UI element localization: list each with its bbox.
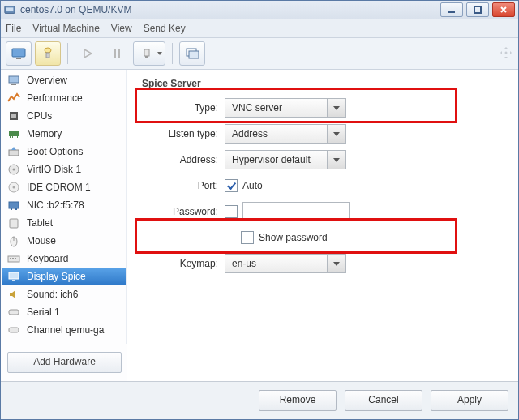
sidebar: Overview Performance CPUs Memory Boot Op… [1, 70, 127, 381]
toolbar-separator-2 [172, 43, 173, 64]
svg-rect-30 [11, 208, 12, 210]
cancel-button[interactable]: Cancel [345, 390, 422, 411]
row-show-password: Show password [142, 225, 507, 250]
password-field[interactable] [242, 202, 350, 221]
sidebar-item-label: Serial 1 [27, 306, 60, 318]
titlebar: centos7.0 on QEMU/KVM [1, 1, 518, 19]
apply-button[interactable]: Apply [431, 390, 508, 411]
svg-rect-21 [12, 136, 13, 138]
memory-icon [7, 127, 20, 140]
chevron-down-icon [327, 99, 345, 117]
chevron-down-icon [327, 255, 345, 272]
label-type: Type: [142, 102, 225, 114]
label-address: Address: [142, 154, 225, 165]
svg-rect-36 [10, 258, 11, 259]
svg-rect-39 [9, 272, 19, 279]
select-type[interactable]: VNC server [225, 98, 346, 118]
checkbox-show-password[interactable] [241, 231, 254, 244]
svg-rect-20 [10, 136, 11, 138]
sidebar-item-ide-cdrom[interactable]: IDE CDROM 1 [2, 178, 126, 196]
details-button[interactable] [35, 41, 61, 66]
add-hardware-button[interactable]: Add Hardware [7, 352, 122, 373]
run-button[interactable] [75, 41, 101, 66]
sidebar-item-display-spice[interactable]: Display Spice [2, 268, 126, 285]
overview-icon [7, 74, 20, 87]
sidebar-item-mouse[interactable]: Mouse [2, 232, 126, 250]
select-address[interactable]: Hypervisor default [225, 150, 346, 169]
fullscreen-button[interactable] [179, 41, 205, 66]
page-title: Spice Server [142, 78, 507, 89]
disk-icon [7, 163, 20, 176]
sidebar-item-tablet[interactable]: Tablet [2, 214, 126, 232]
close-button[interactable] [492, 2, 515, 17]
label-password: Password: [142, 206, 225, 217]
keyboard-icon [7, 252, 20, 265]
label-listen-type: Listen type: [142, 128, 225, 139]
sidebar-list: Overview Performance CPUs Memory Boot Op… [1, 70, 127, 344]
svg-rect-24 [9, 150, 19, 156]
window-title: centos7.0 on QEMU/KVM [20, 4, 440, 15]
bottombar: Remove Cancel Apply [1, 381, 518, 419]
sidebar-item-label: Mouse [27, 235, 56, 246]
svg-point-14 [505, 51, 508, 54]
menu-file[interactable]: File [6, 23, 21, 34]
add-hardware-wrap: Add Hardware [1, 344, 127, 381]
select-listen-type[interactable]: Address [225, 124, 346, 144]
sidebar-item-nic[interactable]: NIC :b2:f5:78 [2, 196, 126, 214]
sidebar-item-serial[interactable]: Serial 1 [2, 303, 126, 321]
sidebar-item-virtio-disk[interactable]: VirtIO Disk 1 [2, 161, 126, 178]
body: Overview Performance CPUs Memory Boot Op… [1, 70, 518, 381]
svg-point-6 [45, 48, 51, 53]
move-handle-icon [499, 45, 513, 62]
sidebar-item-label: Channel qemu-ga [27, 324, 104, 336]
svg-rect-18 [11, 114, 16, 118]
svg-point-26 [13, 169, 15, 171]
remove-button[interactable]: Remove [259, 390, 337, 411]
shutdown-button[interactable] [133, 41, 165, 66]
svg-rect-19 [9, 131, 19, 136]
chevron-down-icon [327, 151, 345, 169]
sidebar-item-cpus[interactable]: CPUs [2, 107, 126, 125]
row-listen-type: Listen type: Address [142, 122, 507, 146]
sidebar-item-channel-qemu-ga[interactable]: Channel qemu-ga [2, 321, 126, 339]
sidebar-item-label: NIC :b2:f5:78 [27, 199, 84, 211]
menu-virtual-machine[interactable]: Virtual Machine [32, 23, 100, 34]
row-type: Type: VNC server [142, 96, 507, 120]
cdrom-icon [7, 181, 20, 194]
select-address-value: Hypervisor default [225, 154, 327, 165]
row-port: Port: Auto [142, 174, 507, 198]
svg-rect-32 [10, 219, 18, 228]
menu-view[interactable]: View [111, 23, 132, 34]
svg-rect-10 [144, 49, 149, 56]
sidebar-item-performance[interactable]: Performance [2, 89, 126, 107]
sidebar-item-sound[interactable]: Sound: ich6 [2, 285, 126, 303]
checkbox-password-enable[interactable] [225, 205, 238, 218]
pause-button[interactable] [104, 41, 130, 66]
toolbar-separator [67, 43, 68, 64]
svg-rect-4 [12, 49, 25, 57]
menu-send-key[interactable]: Send Key [144, 23, 186, 34]
sidebar-item-label: VirtIO Disk 1 [27, 164, 81, 175]
sidebar-item-label: Memory [27, 128, 62, 139]
svg-rect-29 [9, 202, 19, 208]
svg-rect-2 [448, 11, 455, 13]
mouse-icon [7, 234, 20, 247]
select-keymap[interactable]: en-us [225, 254, 346, 273]
sidebar-item-boot-options[interactable]: Boot Options [2, 143, 126, 161]
sidebar-item-overview[interactable]: Overview [2, 71, 126, 89]
console-button[interactable] [6, 41, 32, 66]
window-buttons [440, 2, 515, 17]
sidebar-item-keyboard[interactable]: Keyboard [2, 250, 126, 268]
svg-rect-23 [17, 136, 18, 138]
svg-rect-11 [145, 56, 148, 58]
checkbox-port-auto[interactable] [225, 179, 238, 192]
row-keymap: Keymap: en-us [142, 251, 507, 276]
sidebar-item-label: Sound: ich6 [27, 289, 78, 300]
label-port: Port: [142, 180, 225, 191]
sidebar-item-memory[interactable]: Memory [2, 125, 126, 143]
maximize-button[interactable] [466, 2, 489, 17]
minimize-button[interactable] [440, 2, 463, 17]
svg-rect-9 [118, 49, 120, 58]
svg-rect-37 [12, 258, 14, 259]
svg-rect-3 [474, 6, 481, 13]
